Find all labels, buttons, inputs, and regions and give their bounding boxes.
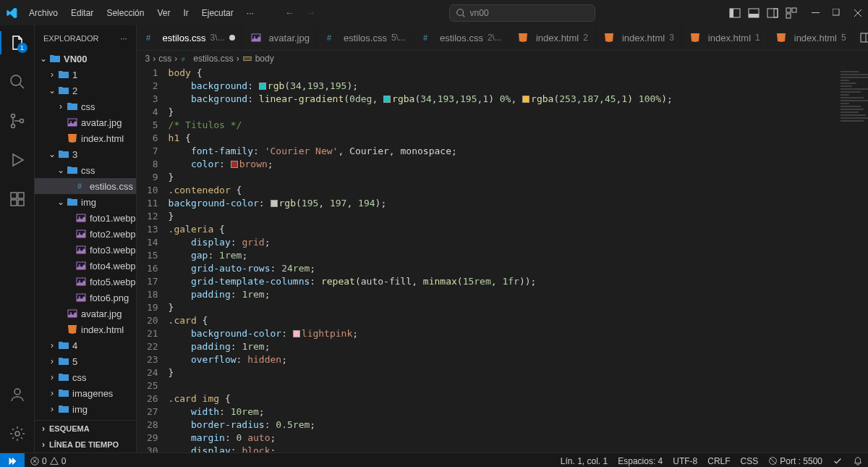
minimap[interactable]: [835, 67, 868, 139]
activity-extensions[interactable]: [0, 188, 35, 211]
tree-file[interactable]: foto1.webp: [35, 210, 136, 226]
remote-button[interactable]: [0, 453, 25, 467]
folder-icon: [67, 196, 78, 208]
status-encoding[interactable]: UTF-8: [668, 453, 702, 467]
tree-folder[interactable]: ›4: [35, 337, 136, 353]
svg-line-16: [20, 84, 24, 88]
tree-folder[interactable]: ⌄img: [35, 194, 136, 210]
status-live-server[interactable]: Port : 5500: [763, 453, 827, 467]
status-prettier[interactable]: [827, 453, 848, 467]
tree-file[interactable]: foto3.webp: [35, 242, 136, 258]
svg-point-42: [70, 312, 72, 314]
activity-settings[interactable]: [0, 422, 35, 445]
tree-file[interactable]: foto2.webp: [35, 226, 136, 242]
tree-folder[interactable]: ›css: [35, 369, 136, 385]
code-content[interactable]: body { background: rgb(34,193,195); back…: [169, 67, 868, 453]
svg-point-34: [79, 248, 80, 250]
chevron-icon: ›: [46, 388, 58, 398]
html-icon: [67, 132, 78, 144]
menu-item[interactable]: Ir: [177, 5, 194, 21]
tree-file[interactable]: foto5.webp: [35, 274, 136, 290]
tree-label: foto6.png: [90, 293, 129, 303]
activity-source-control[interactable]: [0, 109, 35, 132]
sidebar-more-icon[interactable]: ···: [120, 34, 127, 43]
outline-section[interactable]: ›LÍNEA DE TIEMPO: [35, 437, 136, 453]
editor-tab[interactable]: #estilos.css3\...: [137, 25, 243, 50]
tree-folder[interactable]: ›5: [35, 353, 136, 369]
tree-label: avatar.jpg: [81, 117, 122, 128]
svg-rect-7: [774, 9, 778, 17]
svg-point-30: [79, 216, 80, 218]
menu-item[interactable]: Selección: [101, 5, 150, 21]
status-cursor-position[interactable]: Lín. 1, col. 1: [556, 453, 613, 467]
tree-folder[interactable]: ›img: [35, 401, 136, 417]
status-notifications[interactable]: [848, 453, 868, 467]
status-language[interactable]: CSS: [736, 453, 764, 467]
activity-run-debug[interactable]: [0, 148, 35, 172]
editor-tab[interactable]: index.html5: [768, 25, 854, 50]
tree-folder[interactable]: ⌄3: [35, 146, 136, 162]
command-center-search[interactable]: vn00: [449, 4, 596, 22]
tree-file[interactable]: #estilos.css: [35, 178, 136, 194]
nav-forward-icon[interactable]: →: [306, 7, 315, 18]
tree-folder[interactable]: ›imagenes: [35, 385, 136, 401]
file-tree: ⌄VN00›1⌄2›cssavatar.jpgindex.html⌄3⌄css#…: [35, 51, 136, 420]
editor-tab[interactable]: index.html1: [682, 25, 768, 50]
tree-folder[interactable]: ⌄css: [35, 162, 136, 178]
tree-file[interactable]: index.html: [35, 321, 136, 337]
html-icon: [689, 32, 701, 43]
tree-file[interactable]: index.html: [35, 130, 136, 146]
editor-tab[interactable]: #estilos.css2\...: [414, 25, 510, 50]
tree-label: VN00: [64, 54, 88, 64]
outline-section[interactable]: ›ESQUEMA: [35, 421, 136, 437]
tree-label: foto1.webp: [90, 213, 136, 224]
svg-rect-10: [786, 14, 791, 18]
breadcrumb[interactable]: 3› css› # estilos.css› body: [137, 51, 868, 67]
status-problems[interactable]: 0 0: [25, 453, 71, 467]
customize-layout-icon[interactable]: [786, 7, 797, 19]
menu-item[interactable]: Ejecutar: [196, 5, 239, 21]
tree-label: css: [81, 101, 95, 112]
search-text: vn00: [470, 8, 489, 18]
img-icon: [67, 308, 78, 319]
layout-panel-icon[interactable]: [748, 7, 760, 19]
layout-sidebar-left-icon[interactable]: [729, 7, 741, 19]
tree-folder[interactable]: ›1: [35, 67, 136, 83]
svg-point-18: [11, 125, 14, 128]
tree-folder[interactable]: ⌄VN00: [35, 51, 136, 67]
layout-sidebar-right-icon[interactable]: [767, 7, 778, 19]
activity-explorer[interactable]: 1: [0, 31, 35, 54]
svg-point-27: [70, 121, 72, 122]
activity-search[interactable]: [0, 70, 35, 93]
status-eol[interactable]: CRLF: [702, 453, 735, 467]
nav-back-icon[interactable]: ←: [285, 7, 294, 18]
tree-label: foto5.webp: [90, 277, 136, 287]
menu-item[interactable]: Ver: [151, 5, 176, 21]
menu-item[interactable]: Editar: [65, 5, 99, 21]
tree-file[interactable]: foto6.png: [35, 290, 136, 306]
tree-file[interactable]: avatar.jpg: [35, 306, 136, 321]
tree-folder[interactable]: ›css: [35, 98, 136, 114]
tree-folder[interactable]: ⌄2: [35, 83, 136, 98]
editor-tab[interactable]: avatar.jpg: [243, 25, 318, 50]
tree-file[interactable]: avatar.jpg: [35, 114, 136, 130]
svg-point-0: [456, 9, 463, 15]
editor-tab[interactable]: #estilos.css5\...: [318, 25, 414, 50]
maximize-icon[interactable]: [833, 9, 841, 17]
menu-item[interactable]: Archivo: [23, 5, 64, 21]
activity-accounts[interactable]: [0, 383, 35, 406]
tree-label: estilos.css: [90, 181, 133, 192]
chevron-icon: ›: [46, 340, 58, 350]
broadcast-icon: [768, 456, 778, 466]
editor-tab[interactable]: index.html3: [596, 25, 682, 50]
img-icon: [250, 32, 262, 43]
minimize-icon[interactable]: [812, 9, 820, 17]
menu-item[interactable]: ···: [241, 5, 260, 21]
status-indentation[interactable]: Espacios: 4: [613, 453, 668, 467]
tree-label: 3: [72, 149, 77, 160]
tab-label: index.html: [794, 33, 837, 43]
split-editor-icon[interactable]: [860, 32, 868, 43]
tree-file[interactable]: foto4.webp: [35, 258, 136, 274]
editor-tab[interactable]: index.html2: [510, 25, 596, 50]
close-icon[interactable]: [854, 9, 862, 17]
